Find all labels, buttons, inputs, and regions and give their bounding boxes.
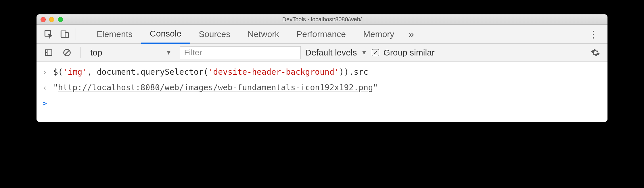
kebab-menu-icon[interactable]: ⋮ [584,28,602,40]
tab-elements[interactable]: Elements [88,25,141,44]
tab-sources[interactable]: Sources [190,25,239,44]
console-output-row: ‹ "http://localhost:8080/web/images/web-… [37,80,607,95]
console-output: › $('img', document.querySelector('devsi… [37,62,607,122]
more-tabs-icon[interactable]: » [403,28,418,40]
gear-icon[interactable] [589,46,602,60]
prompt-chevron-icon: > [42,97,48,109]
device-toggle-icon[interactable] [58,27,72,41]
sidebar-toggle-icon[interactable] [42,46,55,60]
chevron-down-icon: ▼ [166,49,172,56]
filter-input[interactable] [180,46,301,59]
console-toolbar: top ▼ Default levels ▼ ✓ Group similar [37,44,607,62]
tabbar: Elements Console Sources Network Perform… [37,25,607,44]
console-input-code[interactable]: $('img', document.querySelector('devsite… [53,66,368,78]
levels-label: Default levels [305,48,357,57]
titlebar: DevTools - localhost:8080/web/ [37,14,607,25]
tab-network[interactable]: Network [239,25,288,44]
console-prompt-row[interactable]: > [37,95,607,110]
panel-tabs: Elements Console Sources Network Perform… [88,25,582,44]
tab-performance[interactable]: Performance [288,25,354,44]
tab-console[interactable]: Console [141,25,190,44]
divider [80,47,80,58]
svg-line-6 [65,50,69,55]
inspect-icon[interactable] [42,27,55,41]
checkbox-icon: ✓ [372,49,379,56]
group-similar-toggle[interactable]: ✓ Group similar [372,48,434,57]
tab-memory[interactable]: Memory [354,25,403,44]
chevron-down-icon: ▼ [361,49,367,56]
log-levels-selector[interactable]: Default levels ▼ [305,48,367,57]
group-similar-label: Group similar [383,48,434,57]
output-chevron-icon: ‹ [42,82,48,93]
input-chevron-icon: › [42,66,48,78]
clear-console-icon[interactable] [60,46,74,60]
window-title: DevTools - localhost:8080/web/ [37,16,607,23]
console-input-row: › $('img', document.querySelector('devsi… [37,64,607,80]
context-value: top [90,48,102,57]
devtools-window: DevTools - localhost:8080/web/ Elements … [37,14,607,122]
divider [76,28,76,40]
context-selector[interactable]: top ▼ [87,48,175,57]
svg-rect-2 [65,32,68,37]
console-output-value[interactable]: "http://localhost:8080/web/images/web-fu… [53,82,378,94]
